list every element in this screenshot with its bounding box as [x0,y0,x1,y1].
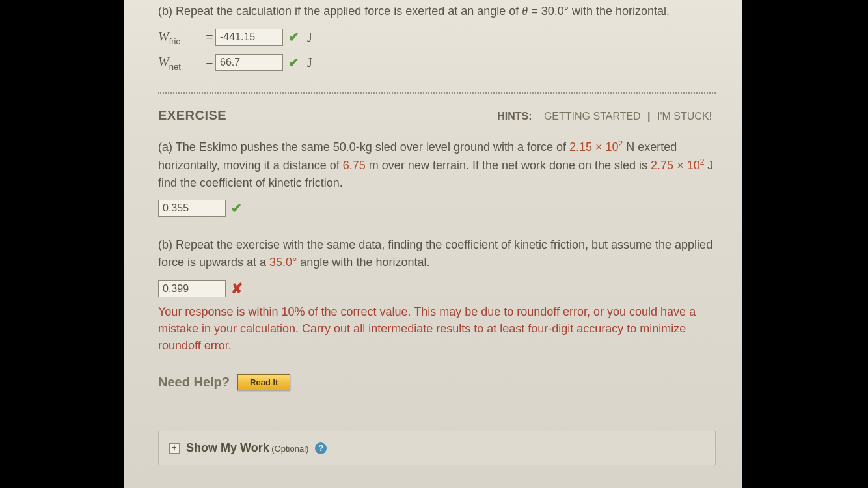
text: (b) Repeat the calculation if the applie… [158,5,522,18]
equals-sign: = [204,53,215,72]
value-work: 2.75 × 102 [651,159,704,172]
text: m over new terrain. If the net work done… [366,159,651,172]
sub: fric [169,36,180,46]
unit-j: J [307,27,312,47]
sub: net [169,62,181,72]
part-b-top-text: (b) Repeat the calculation if the applie… [158,3,716,20]
part-b-text: (b) Repeat the exercise with the same da… [158,236,716,271]
value-distance: 6.75 [343,159,366,172]
part-b-top: (b) Repeat the calculation if the applie… [158,3,716,73]
help-icon[interactable]: ? [315,442,327,454]
var: W [158,29,169,44]
unit-j: J [307,53,312,72]
text: (b) Repeat the exercise with the same da… [158,238,712,269]
wnet-row: Wnet = ✔ J [158,52,716,74]
part-a-answer-row: ✔ [158,198,716,218]
var: W [158,55,169,69]
wnet-label: Wnet [158,52,204,74]
text: = 30.0° with the horizontal. [528,5,670,18]
hint-getting-started[interactable]: GETTING STARTED [544,111,641,122]
exercise-header: EXERCISE HINTS: GETTING STARTED | I'M ST… [158,105,716,125]
separator [158,92,716,94]
check-icon: ✔ [231,198,242,218]
part-a-text: (a) The Eskimo pushes the same 50.0-kg s… [158,138,716,192]
value-force: 2.15 × 102 [569,141,623,154]
value-angle: 35.0° [269,256,297,269]
need-help-label: Need Help? [158,372,230,392]
num: 2.75 × 10 [651,159,700,172]
wfric-row: Wfric = ✔ J [158,27,716,48]
hint-im-stuck[interactable]: I'M STUCK! [657,111,712,122]
show-my-work-bar[interactable]: + Show My Work (Optional) ? [158,431,716,465]
screen: (b) Repeat the calculation if the applie… [0,0,868,488]
theta-symbol: θ [522,5,528,18]
optional: (Optional) [269,444,309,454]
exercise-title: EXERCISE [158,105,226,125]
text: angle with the horizontal. [297,256,429,269]
feedback-text: Your response is within 10% of the corre… [158,303,716,354]
equals-sign: = [204,27,215,47]
part-b-input[interactable] [158,280,226,297]
hint-separator: | [647,111,650,122]
spacer [158,222,716,234]
cross-icon: ✘ [231,278,243,299]
wnet-input[interactable] [215,54,283,71]
need-help-row: Need Help? Read It [158,372,716,392]
question-panel: (b) Repeat the calculation if the applie… [124,0,742,488]
hints-group: HINTS: GETTING STARTED | I'M STUCK! [497,109,716,124]
show-my-work-label: Show My Work (Optional) [186,439,308,457]
num: 2.15 × 10 [569,141,619,154]
check-icon: ✔ [288,53,299,72]
text: (a) The Eskimo pushes the same 50.0-kg s… [158,141,569,154]
text: Show My Work [186,441,269,454]
part-b-answer-row: ✘ [158,278,716,299]
expand-icon[interactable]: + [169,443,180,454]
wfric-label: Wfric [158,27,204,48]
check-icon: ✔ [288,27,299,47]
hints-label: HINTS: [497,111,532,122]
part-a-input[interactable] [158,200,226,217]
read-it-button[interactable]: Read It [237,374,290,390]
wfric-input[interactable] [215,29,283,46]
content: (b) Repeat the calculation if the applie… [124,3,742,465]
